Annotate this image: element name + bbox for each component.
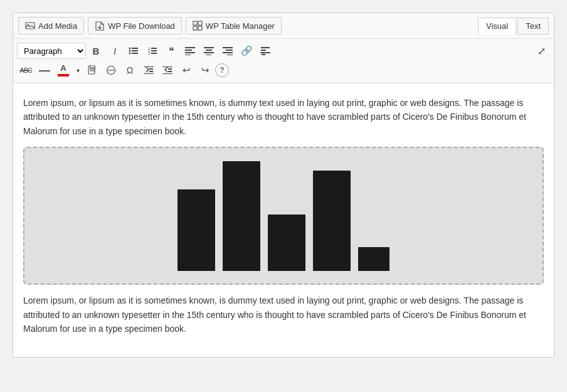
svg-rect-0	[26, 23, 34, 29]
svg-rect-41	[144, 66, 154, 67]
svg-rect-19	[185, 50, 192, 51]
svg-rect-42	[144, 73, 154, 74]
strikethrough-button[interactable]: ABC	[17, 62, 34, 78]
svg-rect-20	[185, 52, 195, 53]
indent-button[interactable]	[140, 62, 157, 78]
svg-point-8	[129, 50, 131, 52]
svg-rect-24	[204, 52, 214, 53]
italic-button[interactable]: I	[106, 43, 124, 59]
wp-table-manager-icon	[193, 21, 203, 31]
svg-rect-11	[132, 53, 138, 54]
svg-rect-27	[226, 50, 233, 51]
wp-file-download-button[interactable]: WP File Download	[88, 17, 182, 34]
svg-rect-15	[151, 50, 157, 51]
special-chars-button[interactable]: Ω	[121, 62, 139, 78]
media-toolbar: Add Media WP File Download	[13, 13, 554, 39]
editor-container: Add Media WP File Download	[13, 13, 554, 358]
text-view-button[interactable]: Text	[517, 18, 549, 34]
svg-rect-25	[206, 55, 211, 55]
svg-rect-30	[261, 47, 270, 48]
svg-text:3.: 3.	[148, 51, 151, 55]
bar-1	[178, 189, 215, 271]
wp-file-download-label: WP File Download	[108, 21, 175, 31]
bold-button[interactable]: B	[87, 43, 105, 59]
outdent-button[interactable]	[159, 62, 176, 78]
link-button[interactable]: 🔗	[238, 43, 255, 59]
svg-rect-46	[162, 73, 172, 74]
svg-rect-5	[198, 26, 202, 30]
media-buttons: Add Media WP File Download	[18, 17, 282, 34]
svg-text:W: W	[91, 66, 95, 70]
ordered-list-button[interactable]: 1.2.3.	[144, 43, 161, 59]
svg-rect-26	[223, 47, 233, 48]
svg-rect-32	[260, 52, 270, 53]
align-left-button[interactable]	[181, 43, 199, 59]
svg-rect-2	[193, 21, 197, 25]
paragraph-1: Lorem ipsum, or lipsum as it is sometime…	[23, 96, 544, 138]
help-button[interactable]: ?	[215, 63, 229, 77]
color-dropdown-button[interactable]: ▾	[73, 62, 82, 78]
svg-rect-33	[262, 54, 265, 55]
svg-rect-23	[206, 50, 212, 51]
svg-rect-3	[198, 21, 202, 25]
chart-bars	[50, 154, 517, 277]
view-toggle: Visual Text	[478, 18, 549, 34]
horizontal-rule-button[interactable]	[257, 43, 274, 59]
visual-view-button[interactable]: Visual	[478, 18, 516, 34]
text-color-button[interactable]: A	[55, 61, 72, 79]
format-toolbar: Paragraph Heading 1 Heading 2 Heading 3 …	[13, 39, 554, 83]
redo-button[interactable]: ↪	[196, 62, 214, 78]
bar-5	[358, 247, 389, 271]
unordered-list-button[interactable]	[125, 43, 142, 59]
bar-4	[313, 171, 351, 271]
svg-rect-21	[185, 55, 191, 55]
svg-rect-31	[261, 50, 266, 51]
clear-format-button[interactable]	[102, 62, 120, 78]
hr-button[interactable]: —	[36, 62, 53, 78]
svg-rect-39	[149, 68, 153, 70]
svg-rect-17	[151, 53, 157, 54]
bar-3	[268, 215, 305, 271]
add-media-button[interactable]: Add Media	[18, 17, 84, 34]
svg-rect-44	[168, 71, 172, 72]
add-media-label: Add Media	[38, 21, 77, 31]
paragraph-select[interactable]: Paragraph Heading 1 Heading 2 Heading 3	[17, 43, 86, 59]
svg-rect-18	[185, 47, 195, 48]
paste-word-button[interactable]: W	[83, 62, 101, 78]
wp-table-manager-button[interactable]: WP Table Manager	[186, 17, 282, 34]
svg-rect-4	[193, 26, 197, 30]
align-center-button[interactable]	[200, 43, 218, 59]
svg-rect-43	[168, 68, 172, 70]
wp-table-manager-label: WP Table Manager	[206, 21, 275, 31]
svg-rect-45	[162, 66, 172, 67]
editor-content[interactable]: Lorem ipsum, or lipsum as it is sometime…	[13, 83, 554, 357]
fullscreen-button[interactable]: ⤢	[533, 43, 550, 59]
bar-2	[223, 161, 260, 271]
align-right-button[interactable]	[219, 43, 236, 59]
svg-rect-22	[204, 47, 214, 48]
chart-placeholder	[23, 147, 544, 285]
blockquote-button[interactable]: ❝	[162, 43, 180, 59]
format-row-1: Paragraph Heading 1 Heading 2 Heading 3 …	[17, 41, 550, 60]
svg-rect-40	[149, 71, 153, 72]
wp-file-download-icon	[95, 21, 105, 31]
add-media-icon	[25, 21, 35, 31]
svg-point-6	[129, 48, 131, 50]
svg-point-10	[129, 53, 131, 55]
format-row-2: ABC — A ▾ W Ω ↩ ↪ ?	[17, 60, 550, 80]
svg-rect-29	[227, 55, 233, 55]
svg-rect-28	[223, 52, 233, 53]
svg-rect-7	[132, 48, 138, 49]
svg-rect-9	[132, 50, 138, 51]
undo-button[interactable]: ↩	[178, 62, 195, 78]
paragraph-2: Lorem ipsum, or lipsum as it is sometime…	[23, 294, 544, 336]
svg-rect-13	[151, 48, 157, 49]
